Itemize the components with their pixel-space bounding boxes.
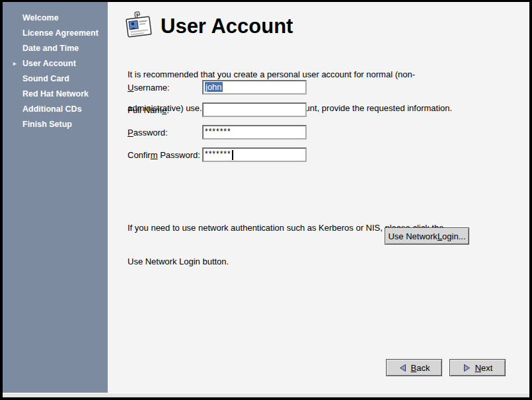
back-button-label: Back bbox=[411, 363, 430, 373]
sidebar-item-label: Red Hat Network bbox=[22, 89, 89, 99]
confirm-password-row: Confirm Password: ******* bbox=[128, 143, 307, 166]
sidebar-item-label: License Agreement bbox=[22, 28, 98, 38]
sidebar-item-sound-card: Sound Card bbox=[3, 71, 108, 87]
sidebar-item-label: Welcome bbox=[22, 13, 59, 22]
user-account-form: Username: john Full Name: Password: bbox=[128, 76, 307, 166]
next-arrow-icon bbox=[463, 364, 471, 372]
password-row: Password: ******* bbox=[128, 121, 307, 143]
network-note-line: Use Network Login button. bbox=[128, 256, 443, 267]
username-label: Username: bbox=[128, 83, 202, 93]
id-badge-icon bbox=[124, 10, 154, 43]
sidebar-item-user-account: ▸ User Account bbox=[3, 56, 108, 71]
username-input[interactable]: john bbox=[202, 80, 307, 95]
sidebar-item-label: Sound Card bbox=[22, 74, 69, 83]
page-header: User Account bbox=[124, 10, 293, 43]
wizard-steps-sidebar: Welcome License Agreement Date and Time … bbox=[3, 2, 108, 393]
sidebar-item-welcome: Welcome bbox=[3, 11, 108, 26]
window-bottom-edge bbox=[3, 393, 529, 397]
current-step-arrow-icon: ▸ bbox=[13, 56, 17, 71]
text-cursor bbox=[232, 150, 233, 160]
confirm-password-label: Confirm Password: bbox=[128, 150, 202, 160]
next-button-label: Next bbox=[475, 363, 493, 373]
sidebar-item-date-and-time: Date and Time bbox=[3, 41, 108, 56]
back-button[interactable]: Back bbox=[386, 359, 442, 376]
wizard-nav-buttons: Back Next bbox=[386, 359, 506, 376]
full-name-label: Full Name: bbox=[128, 105, 202, 115]
full-name-row: Full Name: bbox=[128, 99, 307, 121]
page-title: User Account bbox=[161, 15, 293, 38]
sidebar-item-label: Date and Time bbox=[22, 44, 79, 53]
password-label: Password: bbox=[128, 128, 202, 138]
password-input[interactable]: ******* bbox=[202, 125, 307, 140]
sidebar-item-finish-setup: Finish Setup bbox=[3, 117, 108, 132]
firstboot-window: Welcome License Agreement Date and Time … bbox=[0, 0, 532, 400]
sidebar-item-license-agreement: License Agreement bbox=[3, 26, 108, 41]
sidebar-item-label: Finish Setup bbox=[22, 120, 72, 129]
next-button[interactable]: Next bbox=[449, 359, 506, 376]
network-auth-note: If you need to use network authenticatio… bbox=[128, 200, 443, 290]
sidebar-item-red-hat-network: Red Hat Network bbox=[3, 87, 108, 102]
selected-text: john bbox=[205, 82, 223, 92]
username-row: Username: john bbox=[128, 76, 307, 99]
full-name-input[interactable] bbox=[202, 102, 307, 117]
sidebar-item-label: User Account bbox=[22, 59, 76, 68]
sidebar-item-label: Additional CDs bbox=[22, 104, 82, 114]
confirm-password-input[interactable]: ******* bbox=[202, 147, 307, 162]
sidebar-item-additional-cds: Additional CDs bbox=[3, 102, 108, 117]
page-content: User Account It is recommended that you … bbox=[108, 2, 529, 393]
back-arrow-icon bbox=[399, 364, 407, 372]
use-network-login-button[interactable]: Use Network Login... bbox=[385, 227, 469, 245]
